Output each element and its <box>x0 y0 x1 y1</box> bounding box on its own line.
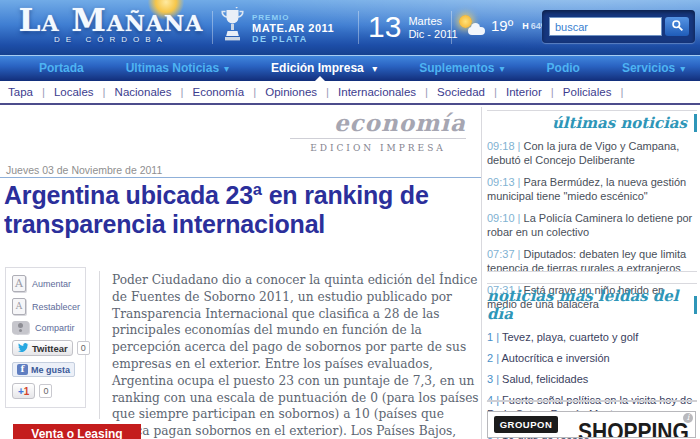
font-reset-button[interactable]: Restablecer <box>32 302 80 312</box>
groupon-logo: GROUPON <box>494 416 558 433</box>
nav-item-podio[interactable]: Podio <box>526 56 601 81</box>
subnav-item-interior[interactable]: Interior <box>506 86 563 98</box>
most-read-item[interactable]: 1Tevez, playa, cuarteto y golf <box>487 330 697 344</box>
sidebar-rule <box>487 271 697 272</box>
nav-item-ultimas-noticias[interactable]: Ultimas Noticias <box>105 56 250 81</box>
font-reset-icon: A <box>12 298 26 315</box>
search-button[interactable] <box>665 17 689 36</box>
main-navigation: Portada Ultimas Noticias Edición Impresa… <box>0 55 700 81</box>
ad-info-icon[interactable] <box>683 413 693 423</box>
weather-widget: 19º H 64% <box>458 15 549 36</box>
search-icon <box>671 19 684 35</box>
award-badge: PREMIO MATE.AR 2011 DE PLATA <box>252 12 334 45</box>
article-date-rule <box>0 177 481 178</box>
facebook-like-button[interactable]: f Me gusta <box>12 362 75 377</box>
sidebar-rule <box>487 110 697 111</box>
subnav-item-internacionales[interactable]: Internacionales <box>338 86 437 98</box>
latest-news-accent-bar <box>694 114 697 132</box>
column-divider <box>481 107 482 439</box>
award-line3: DE PLATA <box>252 34 334 45</box>
subnav-item-economia[interactable]: Economía <box>192 86 265 98</box>
font-increase-icon: A <box>12 275 26 292</box>
masthead: La Mañana DE CÓRDOBA PREMIO MATE.AR 2011… <box>0 0 700 55</box>
trophy-icon <box>220 7 245 51</box>
section-name: economía <box>290 111 466 135</box>
latest-news-item[interactable]: 09:18Con la jura de Vigo y Campana, debu… <box>487 139 697 167</box>
plusone-count: 0 <box>39 384 52 398</box>
article-text-divider <box>99 271 100 419</box>
share-icon <box>12 321 29 334</box>
search-box <box>542 10 695 43</box>
subnav-item-nacionales[interactable]: Nacionales <box>115 86 193 98</box>
most-read-title: noticias más leidas del día <box>487 287 687 323</box>
left-ad-banner[interactable]: Venta o Leasing <box>13 424 141 439</box>
section-edition-label: EDICION IMPRESA <box>290 143 466 153</box>
subnav-item-opiniones[interactable]: Opiniones <box>265 86 338 98</box>
section-heading: economía EDICION IMPRESA <box>290 111 466 153</box>
subnav-item-locales[interactable]: Locales <box>54 86 115 98</box>
site-logo[interactable]: La Mañana DE CÓRDOBA <box>12 3 210 44</box>
article-title: Argentina ubicada 23ª en ranking de tran… <box>4 181 478 239</box>
nav-item-servicios[interactable]: Servicios <box>601 56 700 81</box>
site-logo-title: La Mañana <box>12 3 210 38</box>
subnav-item-tapa[interactable]: Tapa <box>8 86 54 98</box>
nav-item-edicion-impresa[interactable]: Edición Impresa <box>250 56 398 81</box>
header-divider <box>212 11 213 44</box>
tweet-button[interactable]: Twittear <box>12 340 73 356</box>
twitter-bird-icon <box>17 341 32 355</box>
award-line2: MATE.AR 2011 <box>252 23 334 34</box>
most-read-item[interactable]: 3Salud, felicidades <box>487 372 697 386</box>
most-read-item[interactable]: 2Autocrítica e inversión <box>487 351 697 365</box>
subnav-item-policiales[interactable]: Policiales <box>563 86 633 98</box>
google-plusone-button[interactable]: + 1 <box>12 383 35 399</box>
temperature: 19º <box>491 17 513 34</box>
facebook-icon: f <box>17 364 28 375</box>
tweet-count: 0 <box>77 341 90 355</box>
latest-news-item[interactable]: 09:10La Policía Caminera lo detiene por … <box>487 211 697 239</box>
nav-item-portada[interactable]: Portada <box>18 56 105 81</box>
latest-news-title: últimas noticias <box>552 114 687 132</box>
humidity-label: H <box>522 21 529 31</box>
article-date: Jueves 03 de Noviembre de 2011 <box>6 164 162 176</box>
most-read-accent-bar <box>694 296 697 314</box>
sidebar-rule <box>487 400 697 402</box>
share-button[interactable]: Compartir <box>35 323 75 333</box>
sun-cloud-icon <box>458 15 485 36</box>
header-divider <box>358 11 359 44</box>
right-ad-banner[interactable]: GROUPON SHOPPING <box>487 411 696 438</box>
shopping-logo: SHOPPING <box>578 418 689 438</box>
section-navigation: Tapa Locales Nacionales Economía Opinion… <box>0 81 700 105</box>
font-increase-button[interactable]: Aumentar <box>32 279 71 289</box>
subnav-item-sociedad[interactable]: Sociedad <box>437 86 506 98</box>
page: La Mañana DE CÓRDOBA PREMIO MATE.AR 2011… <box>0 0 700 439</box>
article-body: Poder Ciudadano dio a conocer la quinta … <box>112 272 479 439</box>
nav-item-suplementos[interactable]: Suplementos <box>398 56 525 81</box>
latest-news-item[interactable]: 09:13Para Bermúdez, la nueva gestión mun… <box>487 175 697 203</box>
date-display: 13 Martes Dic - 2011 <box>368 11 458 43</box>
header-divider <box>451 11 452 44</box>
section-rule <box>290 138 466 139</box>
article-toolbox: A Aumentar A Restablecer Compartir Twitt… <box>5 267 86 408</box>
search-input[interactable] <box>549 17 662 36</box>
date-day: 13 <box>368 11 401 43</box>
sidebar-rule <box>487 283 697 284</box>
